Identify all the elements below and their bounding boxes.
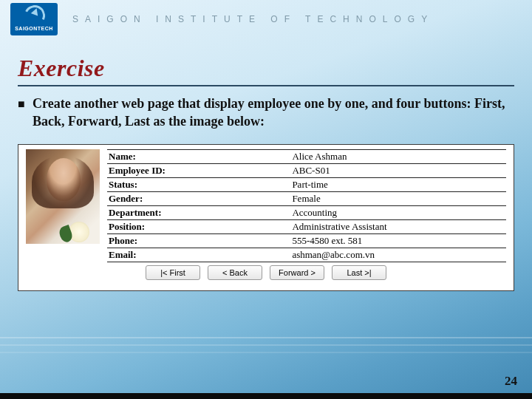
table-row: Department:Accounting (107, 205, 506, 219)
table-row: Gender:Female (107, 191, 506, 205)
field-label: Email: (107, 248, 290, 262)
slide-title: Exercise (18, 55, 514, 82)
field-label: Phone: (107, 233, 290, 248)
field-value: Administrative Assistant (290, 219, 506, 233)
field-value: Alice Ashman (290, 149, 506, 163)
flower-icon (69, 222, 89, 242)
back-button[interactable]: < Back (208, 265, 262, 280)
table-row: Phone:555-4580 ext. 581 (107, 233, 506, 248)
employee-table: Name:Alice Ashman Employee ID:ABC-S01 St… (107, 149, 506, 262)
nav-button-row: |< First < Back Forward > Last >| (26, 265, 506, 280)
employee-photo (26, 149, 100, 244)
field-value: 555-4580 ext. 581 (290, 233, 506, 248)
bullet-text: Create another web page that display emp… (33, 95, 514, 131)
slide-body: ■ Create another web page that display e… (18, 95, 514, 291)
table-row: Name:Alice Ashman (107, 149, 506, 163)
example-panel: Name:Alice Ashman Employee ID:ABC-S01 St… (18, 144, 514, 291)
page-number: 24 (505, 374, 517, 389)
last-button[interactable]: Last >| (332, 265, 386, 280)
bullet-item: ■ Create another web page that display e… (18, 95, 514, 131)
slide: SAIGONTECH SAIGON INSTITUTE OF TECHNOLOG… (0, 0, 532, 399)
field-label: Department: (107, 205, 290, 219)
field-value: Part-time (290, 177, 506, 191)
logo-icon (24, 5, 44, 24)
field-label: Gender: (107, 191, 290, 205)
table-row: Status:Part-time (107, 177, 506, 191)
table-row: Email:ashman@abc.com.vn (107, 248, 506, 262)
logo-text: SAIGONTECH (15, 26, 53, 31)
bottom-edge (0, 393, 532, 399)
field-value: ashman@abc.com.vn (290, 248, 506, 262)
employee-row: Name:Alice Ashman Employee ID:ABC-S01 St… (26, 149, 506, 262)
field-label: Status: (107, 177, 290, 191)
field-label: Name: (107, 149, 290, 163)
forward-button[interactable]: Forward > (270, 265, 324, 280)
bullet-icon: ■ (18, 95, 25, 131)
field-value: Female (290, 191, 506, 205)
table-row: Employee ID:ABC-S01 (107, 163, 506, 177)
decorative-lines (0, 337, 532, 356)
header-bar: SAIGONTECH SAIGON INSTITUTE OF TECHNOLOG… (0, 0, 532, 38)
institution-name: SAIGON INSTITUTE OF TECHNOLOGY (64, 14, 532, 24)
field-label: Employee ID: (107, 163, 290, 177)
field-value: ABC-S01 (290, 163, 506, 177)
table-row: Position:Administrative Assistant (107, 219, 506, 233)
first-button[interactable]: |< First (146, 265, 200, 280)
field-value: Accounting (290, 205, 506, 219)
logo: SAIGONTECH (10, 3, 58, 35)
field-label: Position: (107, 219, 290, 233)
title-row: Exercise (18, 55, 514, 86)
